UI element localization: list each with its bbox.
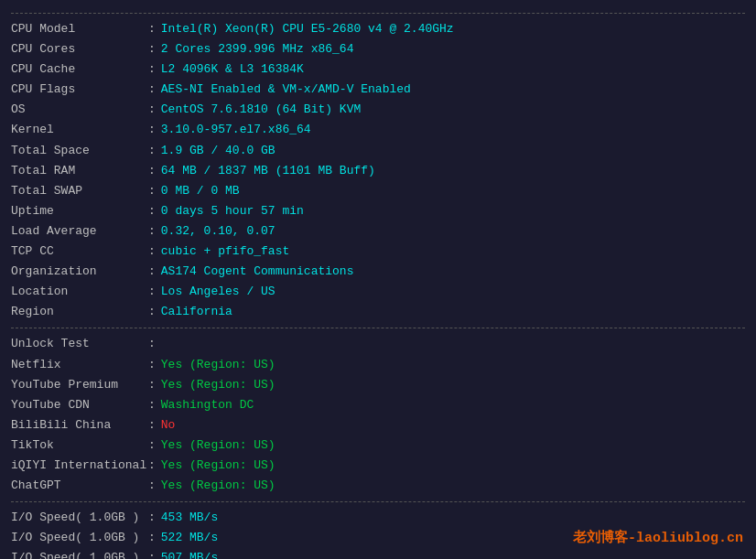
- row-value: Washington DC: [161, 395, 254, 415]
- table-row: CPU Flags: AES-NI Enabled & VM-x/AMD-V E…: [11, 80, 745, 100]
- row-value: CentOS 7.6.1810 (64 Bit) KVM: [161, 100, 361, 120]
- row-label: I/O Speed( 1.0GB ): [11, 548, 148, 559]
- colon-separator: :: [148, 415, 156, 435]
- row-label: YouTube CDN: [11, 395, 148, 415]
- top-divider: [11, 13, 745, 14]
- row-value: AES-NI Enabled & VM-x/AMD-V Enabled: [161, 80, 411, 100]
- table-row: YouTube Premium: Yes (Region: US): [11, 375, 745, 395]
- colon-separator: :: [148, 456, 156, 476]
- table-row: iQIYI International: Yes (Region: US): [11, 456, 745, 476]
- row-value: 0 MB / 0 MB: [161, 181, 240, 201]
- colon-separator: :: [148, 302, 156, 322]
- table-row: ChatGPT: Yes (Region: US): [11, 476, 745, 496]
- row-label: Total RAM: [11, 161, 148, 181]
- unlock-header-row: Unlock Test:: [11, 334, 745, 354]
- row-label: iQIYI International: [11, 456, 148, 476]
- row-value: 507 MB/s: [161, 548, 218, 559]
- colon-separator: :: [148, 201, 156, 221]
- colon-separator: :: [148, 395, 156, 415]
- table-row: Total Space: 1.9 GB / 40.0 GB: [11, 141, 745, 161]
- table-row: I/O Speed( 1.0GB ): 507 MB/s: [11, 548, 745, 559]
- row-value: 2 Cores 2399.996 MHz x86_64: [161, 39, 354, 59]
- row-label: Location: [11, 282, 148, 302]
- table-row: Uptime: 0 days 5 hour 57 min: [11, 201, 745, 221]
- watermark: 老刘博客-laoliublog.cn: [573, 529, 743, 546]
- colon-separator: :: [148, 435, 156, 456]
- row-label: Netflix: [11, 355, 148, 375]
- colon-separator: :: [148, 528, 156, 548]
- row-label: Total Space: [11, 141, 148, 161]
- table-row: I/O Speed( 1.0GB ): 453 MB/s: [11, 508, 745, 528]
- colon-separator: :: [148, 161, 156, 181]
- row-value: Intel(R) Xeon(R) CPU E5-2680 v4 @ 2.40GH…: [161, 19, 454, 39]
- table-row: Total SWAP: 0 MB / 0 MB: [11, 181, 745, 201]
- row-value: 0 days 5 hour 57 min: [161, 201, 304, 221]
- table-row: BiliBili China: No: [11, 415, 745, 435]
- row-value: California: [161, 302, 232, 322]
- row-value: Los Angeles / US: [161, 282, 275, 302]
- row-value: 64 MB / 1837 MB (1101 MB Buff): [161, 161, 375, 181]
- table-row: CPU Cache: L2 4096K & L3 16384K: [11, 59, 745, 80]
- row-label: Load Average: [11, 221, 148, 242]
- colon-separator: :: [148, 80, 156, 100]
- colon-separator: :: [148, 141, 156, 161]
- colon-separator: :: [148, 181, 156, 201]
- row-label: YouTube Premium: [11, 375, 148, 395]
- row-value: Yes (Region: US): [161, 375, 275, 395]
- system-section: CPU Model: Intel(R) Xeon(R) CPU E5-2680 …: [11, 19, 745, 322]
- colon-separator: :: [148, 221, 156, 242]
- mid-divider2: [11, 501, 745, 502]
- row-label: I/O Speed( 1.0GB ): [11, 508, 148, 528]
- colon-separator: :: [148, 242, 156, 262]
- colon-separator: :: [148, 375, 156, 395]
- row-label: CPU Model: [11, 19, 148, 39]
- table-row: CPU Model: Intel(R) Xeon(R) CPU E5-2680 …: [11, 19, 745, 39]
- mid-divider1: [11, 328, 745, 328]
- table-row: Total RAM: 64 MB / 1837 MB (1101 MB Buff…: [11, 161, 745, 181]
- colon-separator: :: [148, 262, 156, 282]
- row-label: CPU Cache: [11, 59, 148, 80]
- row-value: Yes (Region: US): [161, 435, 275, 456]
- row-value: 453 MB/s: [161, 508, 218, 528]
- unlock-section: Unlock Test: Netflix: Yes (Region: US)Yo…: [11, 334, 745, 496]
- colon-separator: :: [148, 355, 156, 375]
- row-label: OS: [11, 100, 148, 120]
- table-row: Kernel: 3.10.0-957.el7.x86_64: [11, 120, 745, 140]
- row-label: CPU Flags: [11, 80, 148, 100]
- colon-separator: :: [148, 334, 156, 354]
- colon-separator: :: [148, 282, 156, 302]
- row-label: TCP CC: [11, 242, 148, 262]
- row-label: ChatGPT: [11, 476, 148, 496]
- row-value: Yes (Region: US): [161, 355, 275, 375]
- table-row: Load Average: 0.32, 0.10, 0.07: [11, 221, 745, 242]
- row-value: No: [161, 415, 176, 435]
- table-row: TCP CC: cubic + pfifo_fast: [11, 242, 745, 262]
- table-row: Organization: AS174 Cogent Communication…: [11, 262, 745, 282]
- row-value: AS174 Cogent Communications: [161, 262, 354, 282]
- row-value: Yes (Region: US): [161, 476, 275, 496]
- colon-separator: :: [148, 59, 156, 80]
- row-value: 522 MB/s: [161, 528, 218, 548]
- row-label: I/O Speed( 1.0GB ): [11, 528, 148, 548]
- colon-separator: :: [148, 508, 156, 528]
- table-row: Location: Los Angeles / US: [11, 282, 745, 302]
- row-value: 1.9 GB / 40.0 GB: [161, 141, 275, 161]
- table-row: Region: California: [11, 302, 745, 322]
- colon-separator: :: [148, 476, 156, 496]
- row-label: Region: [11, 302, 148, 322]
- colon-separator: :: [148, 19, 156, 39]
- colon-separator: :: [148, 120, 156, 140]
- row-label: Organization: [11, 262, 148, 282]
- row-label: Uptime: [11, 201, 148, 221]
- table-row: TikTok: Yes (Region: US): [11, 435, 745, 456]
- row-value: 3.10.0-957.el7.x86_64: [161, 120, 311, 140]
- row-value: 0.32, 0.10, 0.07: [161, 221, 275, 242]
- row-label: BiliBili China: [11, 415, 148, 435]
- colon-separator: :: [148, 548, 156, 559]
- row-value: Yes (Region: US): [161, 456, 275, 476]
- colon-separator: :: [148, 100, 156, 120]
- row-label: CPU Cores: [11, 39, 148, 59]
- colon-separator: :: [148, 39, 156, 59]
- table-row: Netflix: Yes (Region: US): [11, 355, 745, 375]
- row-value: L2 4096K & L3 16384K: [161, 59, 304, 80]
